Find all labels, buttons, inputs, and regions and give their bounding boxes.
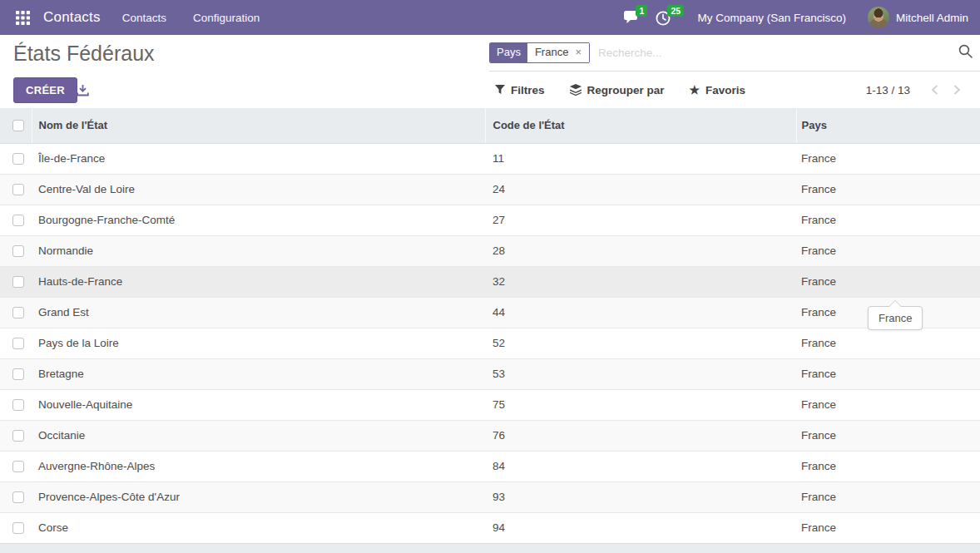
table-row[interactable]: Bourgogne-Franche-Comté27France bbox=[0, 205, 980, 235]
state-name-cell[interactable]: Nouvelle-Aquitaine bbox=[32, 389, 485, 420]
create-button[interactable]: CRÉER bbox=[13, 77, 77, 103]
filters-button[interactable]: Filtres bbox=[495, 84, 545, 96]
row-checkbox[interactable] bbox=[12, 522, 24, 534]
state-name-cell[interactable]: Bourgogne-Franche-Comté bbox=[32, 205, 485, 235]
table-row[interactable]: Corse94France bbox=[0, 512, 980, 543]
column-header-code[interactable]: Code de l'État bbox=[485, 108, 796, 143]
state-name-cell[interactable]: Occitanie bbox=[32, 420, 485, 451]
state-code-cell[interactable]: 94 bbox=[485, 512, 796, 543]
pager-previous-icon[interactable] bbox=[923, 81, 946, 99]
row-checkbox-cell bbox=[0, 358, 32, 389]
state-name-cell[interactable]: Pays de la Loire bbox=[32, 328, 485, 358]
row-checkbox-cell bbox=[0, 512, 32, 543]
row-checkbox[interactable] bbox=[12, 368, 24, 380]
row-checkbox[interactable] bbox=[12, 153, 24, 165]
groupby-button[interactable]: Regrouper par bbox=[570, 84, 665, 96]
table-row[interactable]: Centre-Val de Loire24France bbox=[0, 174, 980, 205]
state-code-cell[interactable]: 52 bbox=[485, 328, 796, 358]
pager: 1-13 / 13 bbox=[866, 72, 968, 108]
state-name-cell[interactable]: Centre-Val de Loire bbox=[32, 174, 485, 205]
row-checkbox[interactable] bbox=[12, 461, 24, 472]
state-code-cell[interactable]: 75 bbox=[485, 389, 796, 420]
row-checkbox[interactable] bbox=[12, 491, 24, 503]
state-country-cell[interactable]: France bbox=[796, 420, 980, 451]
navbar: Contacts ContactsConfiguration 1 25 My C… bbox=[0, 0, 980, 35]
apps-grid-icon[interactable] bbox=[10, 0, 35, 35]
state-code-cell[interactable]: 32 bbox=[485, 266, 796, 297]
state-code-cell[interactable]: 93 bbox=[485, 481, 796, 512]
column-header-country[interactable]: Pays bbox=[796, 108, 980, 143]
search-facet[interactable]: Pays France × bbox=[489, 42, 590, 63]
state-country-cell[interactable]: France bbox=[796, 451, 980, 481]
state-country-cell[interactable]: France bbox=[796, 174, 980, 205]
export-icon[interactable] bbox=[77, 84, 89, 100]
user-menu[interactable]: Mitchell Admin bbox=[868, 7, 968, 28]
table-row[interactable]: Occitanie76France bbox=[0, 420, 980, 451]
state-country-cell[interactable]: France bbox=[796, 143, 980, 174]
table-row[interactable]: Bretagne53France bbox=[0, 358, 980, 389]
state-name-cell[interactable]: Auvergne-Rhône-Alpes bbox=[32, 451, 485, 481]
state-country-cell[interactable]: France bbox=[796, 481, 980, 512]
facet-field-label: Pays bbox=[490, 43, 527, 62]
pager-range: 1-13 / 13 bbox=[866, 84, 910, 96]
table-row[interactable]: Île-de-France11France bbox=[0, 143, 980, 174]
state-code-cell[interactable]: 53 bbox=[485, 358, 796, 389]
state-code-cell[interactable]: 24 bbox=[485, 174, 796, 205]
row-checkbox-cell bbox=[0, 266, 32, 297]
state-name-cell[interactable]: Grand Est bbox=[32, 297, 485, 328]
table-row[interactable]: Pays de la Loire52France bbox=[0, 328, 980, 358]
state-country-cell[interactable]: France bbox=[796, 389, 980, 420]
state-code-cell[interactable]: 76 bbox=[485, 420, 796, 451]
state-name-cell[interactable]: Corse bbox=[32, 512, 485, 543]
table-row[interactable]: Grand Est44France bbox=[0, 297, 980, 328]
favorites-button[interactable]: ★ Favoris bbox=[690, 83, 746, 96]
row-checkbox[interactable] bbox=[12, 307, 24, 318]
filter-funnel-icon bbox=[495, 85, 505, 95]
row-checkbox[interactable] bbox=[12, 430, 24, 442]
state-country-cell[interactable]: France bbox=[796, 235, 980, 266]
activities-badge: 25 bbox=[667, 5, 684, 17]
navbar-menu-item[interactable]: Contacts bbox=[122, 12, 166, 24]
user-name: Mitchell Admin bbox=[896, 12, 968, 24]
state-country-cell[interactable]: France bbox=[796, 328, 980, 358]
search-bar[interactable]: Pays France × bbox=[489, 35, 980, 72]
state-code-cell[interactable]: 84 bbox=[485, 451, 796, 481]
state-name-cell[interactable]: Normandie bbox=[32, 235, 485, 266]
table-row[interactable]: Provence-Alpes-Côte d'Azur93France bbox=[0, 481, 980, 512]
table-row[interactable]: Auvergne-Rhône-Alpes84France bbox=[0, 451, 980, 481]
state-name-cell[interactable]: Île-de-France bbox=[32, 143, 485, 174]
row-checkbox[interactable] bbox=[12, 276, 24, 288]
state-code-cell[interactable]: 11 bbox=[485, 143, 796, 174]
pager-next-icon[interactable] bbox=[946, 81, 968, 99]
select-all-checkbox[interactable] bbox=[12, 120, 24, 131]
state-country-cell[interactable]: France bbox=[796, 358, 980, 389]
row-checkbox[interactable] bbox=[12, 215, 24, 226]
activities-button[interactable]: 25 bbox=[654, 0, 686, 35]
facet-remove-icon[interactable]: × bbox=[573, 43, 589, 62]
company-switcher[interactable]: My Company (San Francisco) bbox=[697, 12, 846, 24]
state-name-cell[interactable]: Hauts-de-France bbox=[32, 266, 485, 297]
table-row[interactable]: Normandie28France bbox=[0, 235, 980, 266]
table-row[interactable]: Nouvelle-Aquitaine75France bbox=[0, 389, 980, 420]
state-country-cell[interactable]: France bbox=[796, 266, 980, 297]
state-country-cell[interactable]: France bbox=[796, 512, 980, 543]
row-checkbox[interactable] bbox=[12, 338, 24, 349]
row-checkbox[interactable] bbox=[12, 399, 24, 411]
table-row[interactable]: Hauts-de-France32France bbox=[0, 266, 980, 297]
search-icon[interactable] bbox=[953, 44, 977, 62]
navbar-menu-item[interactable]: Configuration bbox=[193, 12, 260, 24]
search-input[interactable] bbox=[590, 47, 953, 59]
state-code-cell[interactable]: 27 bbox=[485, 205, 796, 235]
row-checkbox[interactable] bbox=[12, 184, 24, 195]
row-checkbox[interactable] bbox=[12, 245, 24, 257]
state-code-cell[interactable]: 44 bbox=[485, 297, 796, 328]
state-name-cell[interactable]: Provence-Alpes-Côte d'Azur bbox=[32, 481, 485, 512]
messages-button[interactable]: 1 bbox=[622, 0, 654, 35]
state-country-cell[interactable]: France bbox=[796, 205, 980, 235]
select-all-header[interactable] bbox=[0, 108, 32, 143]
state-name-cell[interactable]: Bretagne bbox=[32, 358, 485, 389]
column-header-name[interactable]: Nom de l'État bbox=[32, 108, 485, 143]
state-code-cell[interactable]: 28 bbox=[485, 235, 796, 266]
facet-value: France bbox=[527, 43, 573, 62]
app-brand[interactable]: Contacts bbox=[43, 9, 101, 26]
